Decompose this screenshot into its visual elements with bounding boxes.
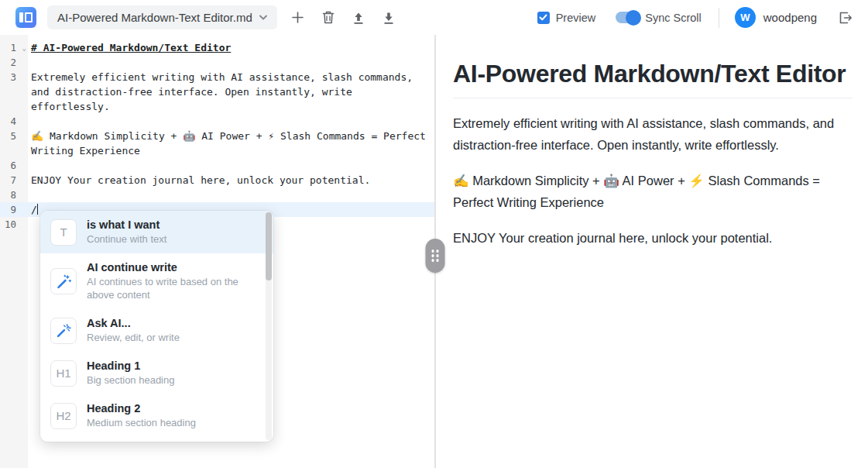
menu-item-title: Heading 2 bbox=[87, 402, 258, 415]
preview-paragraph: ✍️ Markdown Simplicity + 🤖 AI Power + ⚡ … bbox=[453, 170, 853, 214]
editor-line[interactable]: 1⌄ # AI-Powered Markdown/Text Editor bbox=[0, 40, 434, 55]
slash-menu-item[interactable]: H2 Heading 2 Medium section heading bbox=[40, 394, 273, 437]
preview-body: Extremely efficient writing with AI assi… bbox=[453, 112, 853, 249]
editor-line[interactable]: 7 ENJOY Your creation journal here, unlo… bbox=[0, 173, 434, 188]
avatar: W bbox=[735, 7, 756, 28]
menu-scrollbar-thumb[interactable] bbox=[266, 212, 272, 280]
heading2-icon: H2 bbox=[50, 403, 77, 429]
line-number: 5 bbox=[0, 129, 28, 158]
filename-dropdown[interactable]: AI-Powered Markdown-Text Editor.md bbox=[47, 5, 277, 29]
line-number: 9 bbox=[0, 202, 28, 217]
slash-menu-item[interactable]: H1 Heading 1 Big section heading bbox=[40, 352, 273, 394]
logo-frame-shape bbox=[25, 12, 33, 22]
line-number: 4 bbox=[0, 114, 28, 129]
preview-checkbox[interactable]: Preview bbox=[537, 12, 596, 24]
download-button[interactable] bbox=[379, 9, 398, 27]
line-number: 7 bbox=[0, 173, 28, 188]
slash-command-menu: T is what I want Continue with text AI c… bbox=[40, 211, 273, 442]
sync-scroll-label: Sync Scroll bbox=[645, 12, 702, 24]
menu-item-title: AI continue write bbox=[87, 261, 258, 274]
line-text bbox=[28, 55, 434, 70]
line-number: 3 bbox=[0, 70, 28, 114]
fold-chevron-icon[interactable]: ⌄ bbox=[22, 41, 26, 56]
editor-line[interactable]: 5 ✍️ Markdown Simplicity + 🤖 AI Power + … bbox=[0, 129, 434, 158]
drag-dots-icon bbox=[431, 249, 439, 262]
toolbar-divider bbox=[719, 8, 719, 28]
preview-heading: AI-Powered Markdown/Text Editor bbox=[453, 60, 853, 98]
chevron-down-icon bbox=[259, 15, 267, 20]
editor-line[interactable]: 3 Extremely efficient writing with AI as… bbox=[0, 70, 434, 114]
user-menu[interactable]: W woodpeng bbox=[735, 7, 817, 28]
new-file-button[interactable] bbox=[289, 9, 307, 27]
divider-drag-handle[interactable] bbox=[426, 239, 445, 273]
line-text bbox=[28, 114, 434, 129]
slash-menu-item[interactable]: T is what I want Continue with text bbox=[40, 211, 273, 253]
upload-icon bbox=[352, 11, 365, 25]
exit-button[interactable] bbox=[835, 9, 854, 27]
trash-icon bbox=[321, 10, 335, 25]
logout-icon bbox=[837, 10, 853, 26]
toolbar-left: AI-Powered Markdown-Text Editor.md bbox=[15, 5, 398, 29]
checkbox-checked-icon bbox=[537, 12, 550, 24]
editor-lines: 1⌄ # AI-Powered Markdown/Text Editor 2 3… bbox=[0, 40, 434, 232]
editor-line[interactable]: 6 bbox=[0, 158, 434, 173]
sync-scroll-toggle[interactable]: Sync Scroll bbox=[616, 12, 702, 24]
download-icon bbox=[382, 11, 396, 25]
menu-item-title: Ask AI... bbox=[87, 317, 258, 329]
username-label: woodpeng bbox=[763, 11, 817, 24]
menu-item-description: AI continues to write based on the above… bbox=[87, 275, 258, 301]
line-text: Extremely efficient writing with AI assi… bbox=[28, 70, 434, 114]
line-text bbox=[28, 188, 434, 202]
slash-menu-item[interactable]: Ask AI... Review, edit, or write bbox=[40, 309, 273, 352]
plus-icon bbox=[291, 11, 304, 24]
preview-label: Preview bbox=[556, 12, 596, 24]
line-number: 10 bbox=[0, 217, 28, 232]
line-text: ENJOY Your creation journal here, unlock… bbox=[28, 173, 434, 188]
heading1-icon: H1 bbox=[50, 360, 77, 387]
menu-item-title: is what I want bbox=[87, 219, 258, 231]
preview-paragraph: Extremely efficient writing with AI assi… bbox=[453, 112, 853, 157]
menu-item-description: Medium section heading bbox=[87, 416, 258, 429]
line-text bbox=[28, 158, 434, 173]
line-text: ✍️ Markdown Simplicity + 🤖 AI Power + ⚡ … bbox=[28, 129, 434, 158]
magic-wand-sparkle-icon bbox=[50, 318, 77, 344]
pane-divider bbox=[434, 35, 436, 468]
editor-line[interactable]: 2 bbox=[0, 55, 434, 70]
text-icon: T bbox=[50, 219, 77, 246]
delete-file-button[interactable] bbox=[319, 9, 338, 27]
line-text: # AI-Powered Markdown/Text Editor bbox=[28, 40, 434, 55]
filename-label: AI-Powered Markdown-Text Editor.md bbox=[57, 11, 252, 24]
toggle-track bbox=[616, 12, 639, 23]
preview-pane: AI-Powered Markdown/Text Editor Extremel… bbox=[436, 35, 868, 468]
editor-line[interactable]: 8 bbox=[0, 188, 434, 202]
line-number: 1⌄ bbox=[0, 40, 28, 55]
line-number: 8 bbox=[0, 188, 28, 202]
line-number: 2 bbox=[0, 55, 28, 70]
logo-bar-shape bbox=[19, 12, 23, 22]
magic-wand-icon bbox=[50, 268, 77, 294]
editor-line[interactable]: 4 bbox=[0, 114, 434, 129]
menu-item-description: Big section heading bbox=[87, 373, 258, 387]
text-cursor bbox=[37, 204, 39, 215]
preview-paragraph: ENJOY Your creation journal here, unlock… bbox=[453, 227, 853, 249]
toolbar: AI-Powered Markdown-Text Editor.md bbox=[0, 0, 868, 35]
toolbar-right: Preview Sync Scroll W woodpeng bbox=[537, 7, 854, 28]
slash-menu-item[interactable]: AI continue write AI continues to write … bbox=[40, 253, 273, 309]
toggle-thumb bbox=[626, 10, 641, 26]
upload-button[interactable] bbox=[349, 9, 368, 27]
line-number: 6 bbox=[0, 158, 28, 173]
app-logo-icon[interactable] bbox=[15, 7, 36, 28]
menu-item-description: Review, edit, or write bbox=[87, 331, 258, 344]
menu-item-title: Heading 1 bbox=[87, 360, 258, 372]
menu-item-description: Continue with text bbox=[87, 232, 258, 246]
